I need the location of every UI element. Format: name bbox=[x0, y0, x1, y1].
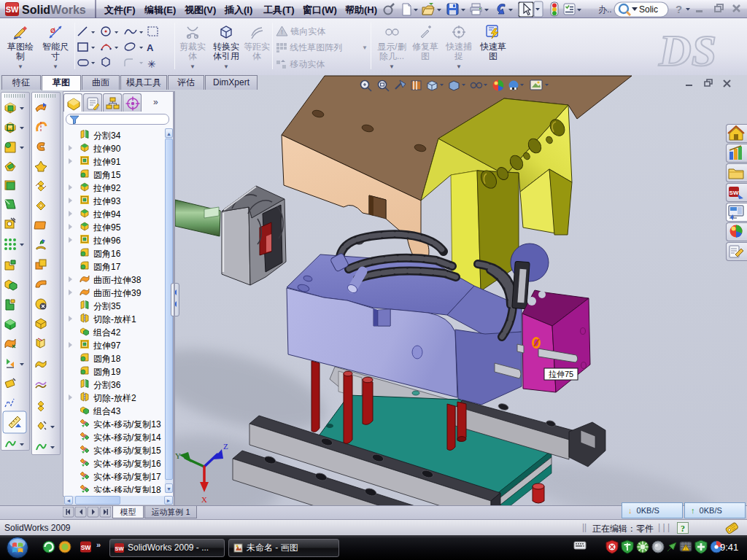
svg-text:?: ? bbox=[676, 3, 682, 15]
svg-text:SW: SW bbox=[6, 5, 19, 14]
svg-text:SW: SW bbox=[729, 190, 739, 196]
svg-text:X: X bbox=[201, 495, 207, 504]
svg-text:SW: SW bbox=[81, 544, 92, 551]
svg-text:Z: Z bbox=[223, 442, 228, 451]
svg-text:拉伸75: 拉伸75 bbox=[549, 370, 573, 378]
svg-text:?: ? bbox=[681, 524, 685, 534]
svg-text:SW: SW bbox=[115, 545, 124, 552]
svg-text:DS: DS bbox=[658, 26, 716, 74]
svg-text:✳: ✳ bbox=[147, 58, 156, 70]
svg-text:!: ! bbox=[281, 28, 283, 36]
svg-text:SolidWorks: SolidWorks bbox=[22, 4, 86, 16]
svg-text:办..: 办.. bbox=[598, 4, 612, 15]
svg-text:9:41: 9:41 bbox=[720, 542, 738, 553]
svg-text:A: A bbox=[147, 42, 154, 53]
svg-text:Solic: Solic bbox=[639, 4, 658, 15]
svg-text:!: ! bbox=[685, 545, 686, 551]
svg-text:»: » bbox=[96, 540, 101, 549]
svg-text:Y: Y bbox=[175, 451, 181, 460]
svg-text:Ø: Ø bbox=[50, 27, 55, 34]
